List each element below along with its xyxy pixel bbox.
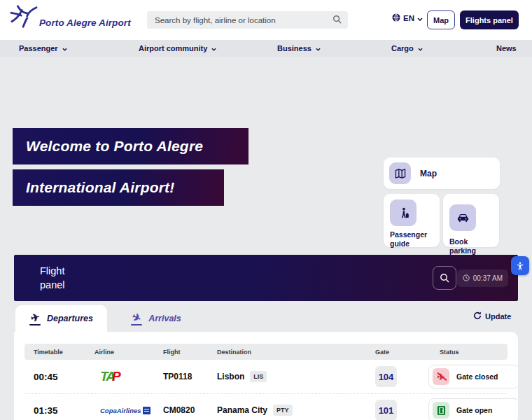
nav-label: News xyxy=(496,44,517,52)
plane-slash-icon: ✈ xyxy=(433,368,449,385)
flight-panel-title: Flight panel xyxy=(40,264,64,292)
flight-number: CM0820 xyxy=(163,405,217,415)
nav-label: Cargo xyxy=(391,44,414,52)
passenger-icon xyxy=(390,200,416,226)
nav-item-news[interactable]: News xyxy=(496,40,517,57)
nav-item-airport-community[interactable]: Airport community xyxy=(139,40,216,57)
tap-letter: P xyxy=(112,369,120,384)
globe-icon xyxy=(392,13,400,23)
flights-panel-button[interactable]: Flights panel xyxy=(460,10,519,29)
book-parking-label: Book parking xyxy=(449,237,493,255)
hero-text: International Airport! xyxy=(26,179,174,196)
flight-time: 00:45 xyxy=(34,372,94,382)
destination-name: Panama City xyxy=(217,405,267,415)
nav-label: Business xyxy=(277,44,312,52)
copa-flag-icon xyxy=(143,407,150,414)
copa-text: CopaAirlines xyxy=(100,407,141,414)
chevron-down-icon xyxy=(62,44,67,52)
destination-name: Lisbon xyxy=(217,372,244,382)
current-time: 00:37 AM xyxy=(473,274,503,282)
clock-icon xyxy=(463,274,470,283)
status-label: Gate open xyxy=(456,406,492,414)
current-time-badge: 00:37 AM xyxy=(457,270,508,287)
map-card-label: Map xyxy=(420,169,437,178)
chevron-down-icon xyxy=(418,44,423,52)
flight-number: TP0118 xyxy=(163,372,217,382)
update-label: Update xyxy=(485,312,511,321)
map-icon xyxy=(389,162,411,184)
gate-badge: 101 xyxy=(375,400,397,420)
hero-title-line2: International Airport! xyxy=(13,169,224,206)
destination-cell: Panama City PTY xyxy=(217,405,375,416)
door-open-icon xyxy=(433,402,449,419)
map-card[interactable]: Map xyxy=(384,158,500,189)
tab-departures-label: Departures xyxy=(47,314,93,323)
car-icon xyxy=(449,204,476,231)
col-header-gate: Gate xyxy=(375,349,428,356)
language-label: EN xyxy=(403,14,414,22)
chevron-down-icon xyxy=(417,14,423,22)
hero-text: Welcome to Porto Alegre xyxy=(26,138,203,155)
starburst-logo-icon xyxy=(9,4,38,33)
top-bar: Porto Alegre Airport EN Map Flights pane… xyxy=(0,0,532,40)
nav-label: Passenger xyxy=(19,44,58,52)
hero-title-line1: Welcome to Porto Alegre xyxy=(13,128,248,164)
search-icon xyxy=(332,14,342,27)
language-selector[interactable]: EN xyxy=(392,13,423,23)
airport-code-badge: LIS xyxy=(250,371,267,382)
airline-logo-copa: CopaAirlines xyxy=(94,407,163,414)
flight-panel-title-line2: panel xyxy=(40,278,64,292)
status-button-gate-open[interactable]: Gate open xyxy=(428,398,518,420)
book-parking-card[interactable]: Book parking xyxy=(443,194,499,247)
passenger-guide-label: Passenger guide xyxy=(390,230,433,248)
update-button[interactable]: Update xyxy=(473,312,511,321)
site-logo[interactable]: Porto Alegre Airport xyxy=(9,4,131,33)
table-row: 00:45 TAP TP0118 Lisbon LIS 104 ✈ Gate c… xyxy=(14,360,518,393)
search-icon xyxy=(440,273,449,283)
col-header-flight: Flight xyxy=(163,349,217,356)
header-map-button[interactable]: Map xyxy=(427,10,455,29)
tab-arrivals[interactable]: ✈ Arrivals xyxy=(118,305,195,332)
status-button-gate-closed[interactable]: ✈ Gate closed xyxy=(428,365,518,388)
search-input[interactable] xyxy=(155,16,332,24)
flight-time: 01:35 xyxy=(34,405,94,416)
nav-item-passenger[interactable]: Passenger xyxy=(19,40,67,57)
flight-panel-banner: Flight panel 00:37 AM xyxy=(14,255,518,301)
col-header-status: Status xyxy=(428,349,507,356)
plane-takeoff-icon: ✈ xyxy=(29,312,41,326)
site-search xyxy=(147,11,348,29)
chevron-down-icon xyxy=(211,44,216,52)
table-header-row: Timetable Airline Flight Destination Gat… xyxy=(24,344,507,360)
col-header-airline: Airline xyxy=(94,349,163,356)
nav-item-cargo[interactable]: Cargo xyxy=(391,40,423,57)
flights-table-panel: Timetable Airline Flight Destination Gat… xyxy=(14,332,518,420)
tab-departures[interactable]: ✈ Departures xyxy=(15,305,107,332)
col-header-timetable: Timetable xyxy=(34,349,94,356)
logo-text: Porto Alegre Airport xyxy=(39,18,131,33)
airport-code-badge: PTY xyxy=(273,405,293,416)
flight-panel-title-line1: Flight xyxy=(40,264,64,278)
flight-search-button[interactable] xyxy=(433,266,456,290)
airline-logo-tap: TAP xyxy=(94,369,163,384)
tap-letter: T xyxy=(100,369,106,384)
accessibility-widget-button[interactable] xyxy=(511,256,529,275)
gate-badge: 104 xyxy=(375,366,397,387)
table-row: 01:35 CopaAirlines CM0820 Panama City PT… xyxy=(14,394,518,420)
refresh-icon xyxy=(473,312,482,321)
passenger-guide-card[interactable]: Passenger guide xyxy=(384,194,440,247)
main-nav: Passenger Airport community Business Car… xyxy=(0,40,532,57)
chevron-down-icon xyxy=(316,44,321,52)
nav-label: Airport community xyxy=(139,44,207,52)
destination-cell: Lisbon LIS xyxy=(217,371,375,382)
tab-arrivals-label: Arrivals xyxy=(148,314,181,323)
plane-landing-icon: ✈ xyxy=(131,312,142,326)
nav-item-business[interactable]: Business xyxy=(277,40,321,57)
status-label: Gate closed xyxy=(456,372,498,381)
col-header-destination: Destination xyxy=(217,349,375,356)
accessibility-icon xyxy=(515,261,525,271)
